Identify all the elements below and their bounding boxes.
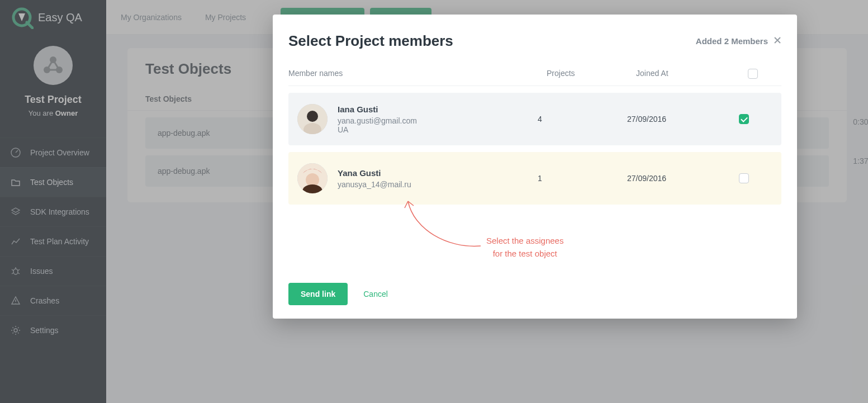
- cancel-button[interactable]: Cancel: [363, 290, 388, 298]
- select-all-checkbox[interactable]: [748, 69, 758, 79]
- close-icon[interactable]: [774, 36, 781, 46]
- added-members-text: Added 2 Members: [696, 36, 768, 46]
- select-members-modal: Select Project members Added 2 Members M…: [273, 15, 797, 319]
- member-joined: 27/09/2016: [627, 115, 739, 124]
- modal-header: Select Project members Added 2 Members: [288, 32, 781, 50]
- member-email: yanusya_14@mail.ru: [338, 180, 411, 189]
- send-link-button[interactable]: Send link: [288, 283, 348, 305]
- member-checkbox[interactable]: [739, 173, 749, 183]
- member-joined: 27/09/2016: [627, 174, 739, 183]
- member-projects: 4: [538, 115, 627, 124]
- added-members-block: Added 2 Members: [696, 36, 781, 46]
- member-checkbox[interactable]: [739, 114, 749, 124]
- header-projects: Projects: [547, 69, 636, 79]
- member-projects: 1: [538, 174, 627, 183]
- member-name: Yana Gusti: [338, 168, 411, 178]
- member-row: Iana Gusti yana.gusti@gmail.com UA 4 27/…: [288, 93, 781, 145]
- member-row: Yana Gusti yanusya_14@mail.ru 1 27/09/20…: [288, 152, 781, 205]
- member-table-header: Member names Projects Joined At: [288, 64, 781, 86]
- member-email: yana.gusti@gmail.com: [338, 116, 417, 125]
- modal-actions: Send link Cancel: [288, 283, 781, 305]
- header-joined: Joined At: [636, 69, 748, 79]
- modal-title: Select Project members: [288, 32, 453, 50]
- header-names: Member names: [288, 69, 547, 79]
- member-avatar: [297, 163, 328, 193]
- member-location: UA: [338, 125, 417, 134]
- member-avatar: [297, 104, 328, 134]
- svg-point-8: [307, 111, 318, 122]
- member-name: Iana Gusti: [338, 105, 417, 114]
